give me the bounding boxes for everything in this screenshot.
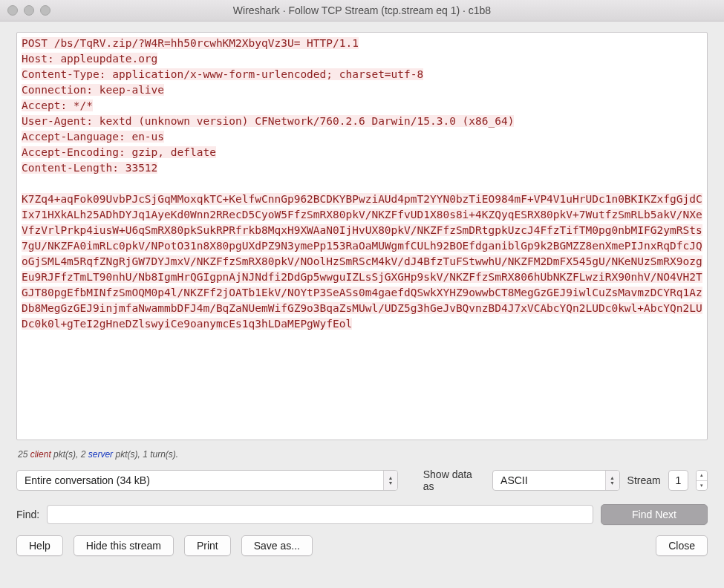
stepper-down-icon[interactable]: ▾ bbox=[697, 481, 707, 491]
find-next-button[interactable]: Find Next bbox=[601, 504, 708, 525]
chevron-updown-icon: ▲▼ bbox=[605, 471, 619, 490]
encoding-select-value: ASCII bbox=[500, 474, 528, 486]
encoding-select[interactable]: ASCII ▲▼ bbox=[492, 470, 620, 491]
window-title: Wireshark · Follow TCP Stream (tcp.strea… bbox=[0, 4, 724, 16]
find-row: Find: Find Next bbox=[16, 504, 708, 525]
zoom-window-icon[interactable] bbox=[40, 5, 50, 16]
stream-stepper[interactable]: ▴ ▾ bbox=[696, 470, 708, 491]
close-button[interactable]: Close bbox=[656, 535, 708, 556]
close-window-icon[interactable] bbox=[7, 5, 18, 16]
titlebar: Wireshark · Follow TCP Stream (tcp.strea… bbox=[0, 0, 724, 22]
stream-textarea[interactable]: POST /bs/TqRV.zip/?W4R=hh50rcwhKM2XbyqVz… bbox=[16, 32, 708, 440]
chevron-updown-icon: ▲▼ bbox=[383, 471, 397, 490]
traffic-lights bbox=[0, 0, 50, 21]
find-label: Find: bbox=[16, 509, 39, 520]
stream-label: Stream bbox=[627, 474, 661, 486]
conversation-select[interactable]: Entire conversation (34 kB) ▲▼ bbox=[16, 470, 398, 491]
save-as-button[interactable]: Save as... bbox=[241, 535, 313, 556]
button-row: Help Hide this stream Print Save as... C… bbox=[16, 535, 708, 556]
packet-summary: 25 client pkt(s), 2 server pkt(s), 1 tur… bbox=[16, 448, 708, 461]
window: Wireshark · Follow TCP Stream (tcp.strea… bbox=[0, 0, 724, 588]
stream-number-input[interactable]: 1 bbox=[668, 470, 689, 491]
filter-row: Entire conversation (34 kB) ▲▼ Show data… bbox=[16, 468, 708, 492]
content-area: POST /bs/TqRV.zip/?W4R=hh50rcwhKM2XbyqVz… bbox=[0, 22, 724, 588]
stepper-up-icon[interactable]: ▴ bbox=[697, 471, 707, 481]
help-button[interactable]: Help bbox=[16, 535, 63, 556]
show-data-as-label: Show data as bbox=[423, 468, 485, 492]
minimize-window-icon[interactable] bbox=[24, 5, 34, 16]
print-button[interactable]: Print bbox=[184, 535, 231, 556]
find-input[interactable] bbox=[47, 505, 593, 524]
conversation-select-value: Entire conversation (34 kB) bbox=[25, 474, 150, 486]
hide-stream-button[interactable]: Hide this stream bbox=[74, 535, 174, 556]
